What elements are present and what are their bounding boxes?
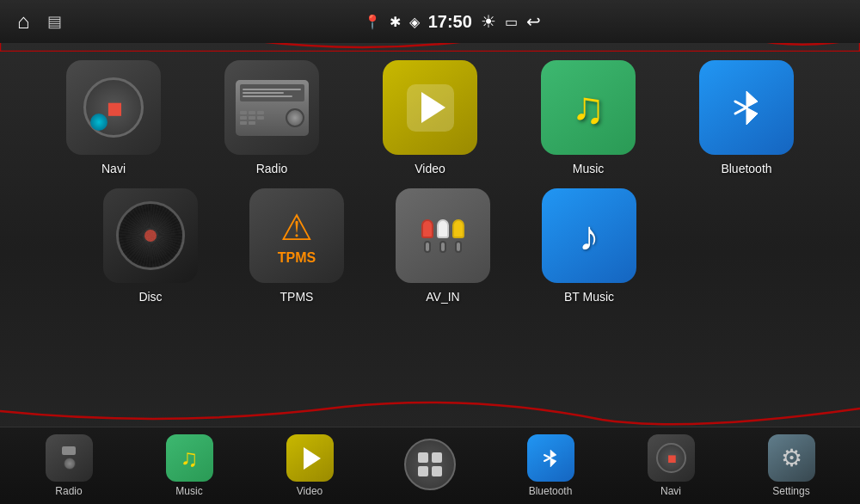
app-grid: Navi — [0, 43, 860, 317]
btmusic-icon: ♪ — [542, 188, 636, 283]
taskbar: Radio ♫ Music Video — [0, 427, 860, 504]
tpms-icon: ⚠ TPMS — [249, 188, 344, 283]
clock-display: 17:50 — [428, 12, 472, 32]
taskbar-settings[interactable]: ⚙ Settings — [748, 434, 834, 497]
taskbar-music[interactable]: ♫ Music — [146, 434, 232, 497]
app-row-2: Disc ⚠ TPMS TPMS — [34, 188, 826, 304]
radio-icon — [224, 60, 319, 155]
app-avin[interactable]: AV_IN — [370, 188, 516, 304]
tpms-symbol: ⚠ — [280, 206, 313, 249]
video-icon — [383, 60, 477, 155]
status-left-icons: ⌂ ▤ — [17, 9, 62, 34]
taskbar-navi[interactable]: ◆ Navi — [628, 434, 714, 497]
taskbar-settings-label: Settings — [772, 485, 809, 497]
bluetooth-icon — [699, 60, 794, 155]
taskbar-video-label: Video — [297, 485, 322, 497]
tpms-label: TPMS — [280, 290, 314, 304]
app-music[interactable]: ♫ Music — [528, 60, 648, 175]
battery-icon: ▭ — [505, 14, 518, 30]
taskbar-bluetooth-label: Bluetooth — [529, 485, 573, 497]
taskbar-radio-label: Radio — [55, 485, 82, 497]
status-center-icons: 📍 ✱ ◈ 17:50 ☀ ▭ ↩ — [364, 11, 541, 32]
back-icon[interactable]: ↩ — [526, 11, 541, 32]
status-bar: ⌂ ▤ 📍 ✱ ◈ 17:50 ☀ ▭ ↩ — [0, 0, 860, 43]
taskbar-bluetooth-icon — [527, 434, 574, 482]
avin-label: AV_IN — [426, 290, 459, 304]
home-icon[interactable]: ⌂ — [17, 9, 30, 34]
taskbar-home-icon[interactable] — [404, 439, 456, 490]
taskbar-settings-icon: ⚙ — [768, 434, 815, 482]
taskbar-navi-icon: ◆ — [648, 434, 695, 482]
main-content: Navi — [0, 43, 860, 461]
taskbar-home[interactable] — [387, 439, 473, 494]
btmusic-label: BT Music — [564, 290, 614, 304]
navi-icon — [66, 60, 161, 155]
taskbar-radio[interactable]: Radio — [26, 434, 112, 497]
app-disc[interactable]: Disc — [77, 188, 224, 304]
taskbar-video[interactable]: Video — [267, 434, 353, 497]
signal-icon: ◈ — [409, 14, 420, 30]
music-icon: ♫ — [541, 60, 636, 155]
app-video[interactable]: Video — [370, 60, 490, 175]
app-bluetooth[interactable]: Bluetooth — [686, 60, 807, 175]
taskbar-navi-label: Navi — [660, 485, 681, 497]
brightness-icon[interactable]: ☀ — [481, 11, 496, 32]
avin-icon — [396, 188, 490, 283]
radio-label: Radio — [256, 162, 288, 175]
bluetooth-status-icon: ✱ — [390, 14, 401, 30]
app-radio[interactable]: Radio — [212, 60, 332, 175]
bluetooth-svg — [723, 84, 771, 132]
taskbar-music-label: Music — [175, 485, 202, 497]
taskbar-radio-icon — [46, 434, 93, 482]
radio-box-shape — [236, 80, 309, 136]
video-label: Video — [415, 162, 445, 175]
music-label: Music — [573, 162, 605, 175]
disc-label: Disc — [138, 290, 162, 304]
sd-card-icon: ▤ — [47, 12, 62, 31]
disc-icon — [103, 188, 198, 283]
taskbar-music-icon: ♫ — [166, 434, 213, 482]
taskbar-video-icon — [286, 434, 334, 482]
navi-label: Navi — [101, 162, 126, 175]
location-icon: 📍 — [364, 14, 381, 30]
app-navi[interactable]: Navi — [53, 60, 174, 175]
app-tpms[interactable]: ⚠ TPMS TPMS — [224, 188, 370, 304]
app-row-1: Navi — [34, 60, 826, 175]
app-btmusic[interactable]: ♪ BT Music — [516, 188, 662, 304]
taskbar-bluetooth[interactable]: Bluetooth — [507, 434, 593, 497]
tpms-text: TPMS — [278, 250, 316, 266]
navi-dot — [90, 114, 108, 131]
home-grid-icon — [418, 452, 442, 476]
bluetooth-label: Bluetooth — [721, 162, 771, 175]
